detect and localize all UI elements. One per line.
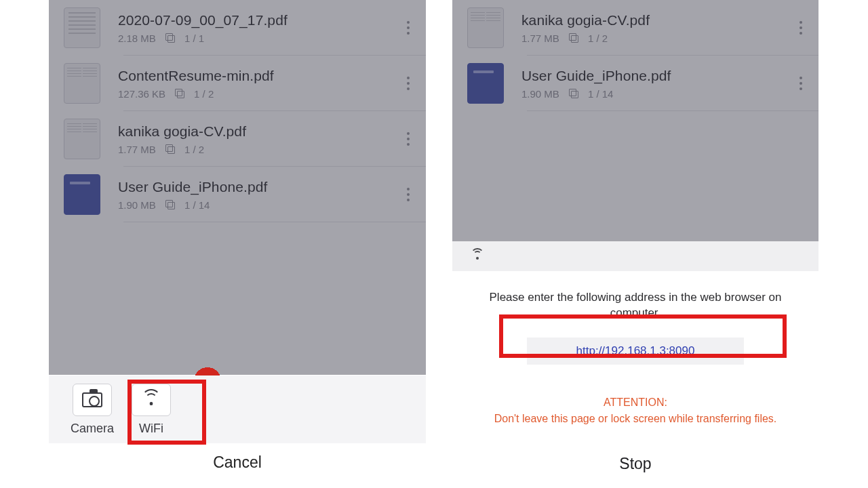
file-size: 1.77 MB bbox=[118, 144, 156, 155]
file-row[interactable]: User Guide_iPhone.pdf 1.90 MB 1 / 14 bbox=[49, 167, 426, 222]
file-pages: 1 / 1 bbox=[184, 33, 204, 44]
pages-icon bbox=[165, 33, 175, 43]
action-sheet: Camera WiFi Cancel bbox=[49, 375, 426, 481]
pages-icon bbox=[165, 144, 175, 154]
file-list: kanika gogia-CV.pdf 1.77 MB 1 / 2 User G… bbox=[452, 0, 818, 241]
file-thumbnail-icon bbox=[467, 7, 504, 48]
file-thumbnail-icon bbox=[64, 7, 100, 48]
highlight-box bbox=[499, 314, 787, 358]
more-menu-button[interactable] bbox=[793, 21, 809, 35]
file-name: kanika gogia-CV.pdf bbox=[521, 12, 793, 28]
more-menu-button[interactable] bbox=[400, 21, 416, 35]
file-size: 1.90 MB bbox=[118, 199, 156, 211]
badge-icon bbox=[189, 362, 226, 375]
file-name: ContentResume-min.pdf bbox=[118, 68, 400, 84]
pages-icon bbox=[175, 89, 184, 98]
file-thumbnail-icon bbox=[64, 119, 100, 159]
wifi-icon bbox=[470, 250, 485, 262]
file-name: 2020-07-09_00_07_17.pdf bbox=[118, 12, 400, 28]
file-row[interactable]: User Guide_iPhone.pdf 1.90 MB 1 / 14 bbox=[452, 56, 818, 111]
file-list: 2020-07-09_00_07_17.pdf 2.18 MB 1 / 1 Co… bbox=[49, 0, 426, 375]
file-pages: 1 / 2 bbox=[588, 33, 608, 44]
right-screenshot: kanika gogia-CV.pdf 1.77 MB 1 / 2 User G… bbox=[452, 0, 818, 488]
pages-icon bbox=[569, 33, 578, 43]
more-menu-button[interactable] bbox=[400, 77, 416, 90]
file-pages: 1 / 2 bbox=[184, 144, 204, 155]
file-name: kanika gogia-CV.pdf bbox=[118, 123, 400, 140]
file-size: 127.36 KB bbox=[118, 88, 165, 100]
file-pages: 1 / 2 bbox=[194, 88, 214, 100]
file-thumbnail-icon bbox=[467, 63, 504, 104]
camera-icon bbox=[82, 392, 102, 407]
file-name: User Guide_iPhone.pdf bbox=[521, 68, 793, 84]
attention-text: ATTENTION: Don't leave this page or lock… bbox=[452, 394, 818, 427]
file-row[interactable]: 2020-07-09_00_07_17.pdf 2.18 MB 1 / 1 bbox=[49, 0, 426, 56]
more-menu-button[interactable] bbox=[793, 77, 809, 90]
camera-tool[interactable]: Camera bbox=[71, 384, 114, 436]
left-screenshot: 2020-07-09_00_07_17.pdf 2.18 MB 1 / 1 Co… bbox=[49, 0, 426, 488]
more-menu-button[interactable] bbox=[400, 188, 416, 201]
file-row[interactable]: kanika gogia-CV.pdf 1.77 MB 1 / 2 bbox=[452, 0, 818, 56]
file-thumbnail-icon bbox=[64, 174, 100, 215]
more-menu-button[interactable] bbox=[400, 132, 416, 146]
file-size: 1.77 MB bbox=[521, 33, 559, 44]
wifi-transfer-panel: Please enter the following address in th… bbox=[452, 241, 818, 488]
file-pages: 1 / 14 bbox=[588, 88, 614, 100]
attention-title: ATTENTION: bbox=[452, 394, 818, 411]
file-name: User Guide_iPhone.pdf bbox=[118, 179, 400, 195]
highlight-box bbox=[127, 380, 206, 445]
stop-button[interactable]: Stop bbox=[452, 455, 818, 473]
pages-icon bbox=[569, 89, 578, 98]
file-size: 2.18 MB bbox=[118, 33, 156, 44]
file-row[interactable]: kanika gogia-CV.pdf 1.77 MB 1 / 2 bbox=[49, 111, 426, 167]
pages-icon bbox=[165, 200, 175, 209]
file-thumbnail-icon bbox=[64, 63, 100, 104]
attention-body: Don't leave this page or lock screen whi… bbox=[494, 413, 777, 424]
file-row[interactable]: ContentResume-min.pdf 127.36 KB 1 / 2 bbox=[49, 56, 426, 111]
camera-label: Camera bbox=[71, 422, 114, 436]
cancel-button[interactable]: Cancel bbox=[49, 443, 426, 481]
file-size: 1.90 MB bbox=[521, 88, 559, 100]
file-pages: 1 / 14 bbox=[184, 199, 210, 211]
